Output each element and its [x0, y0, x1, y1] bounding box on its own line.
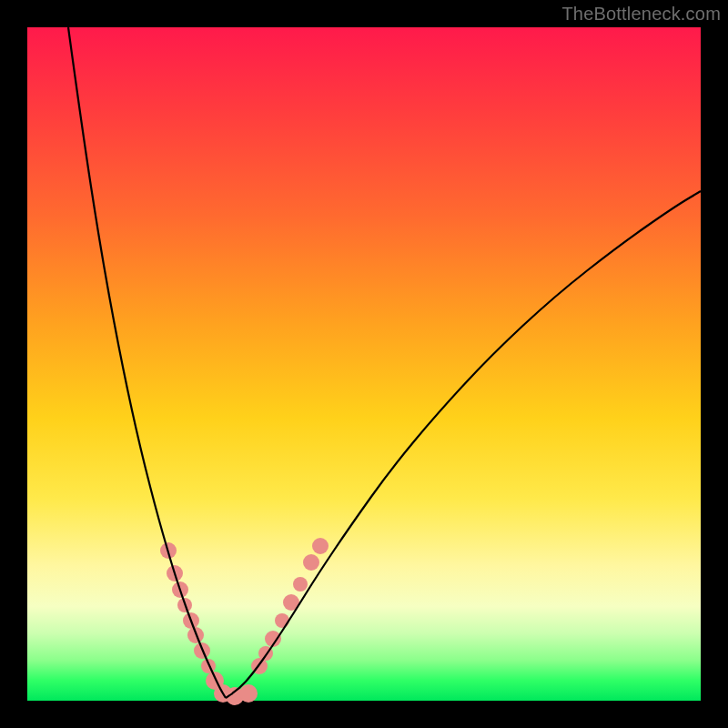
watermark-text: TheBottleneck.com: [561, 4, 721, 25]
data-dot: [293, 577, 308, 592]
dots-group: [160, 538, 329, 705]
right-branch-line: [226, 191, 701, 698]
data-dot: [239, 684, 258, 703]
data-dot: [312, 538, 329, 554]
left-branch-line: [68, 27, 226, 698]
data-dot: [303, 554, 319, 571]
chart-frame: TheBottleneck.com: [0, 0, 728, 728]
chart-svg: [27, 27, 701, 701]
data-dot: [275, 613, 289, 628]
